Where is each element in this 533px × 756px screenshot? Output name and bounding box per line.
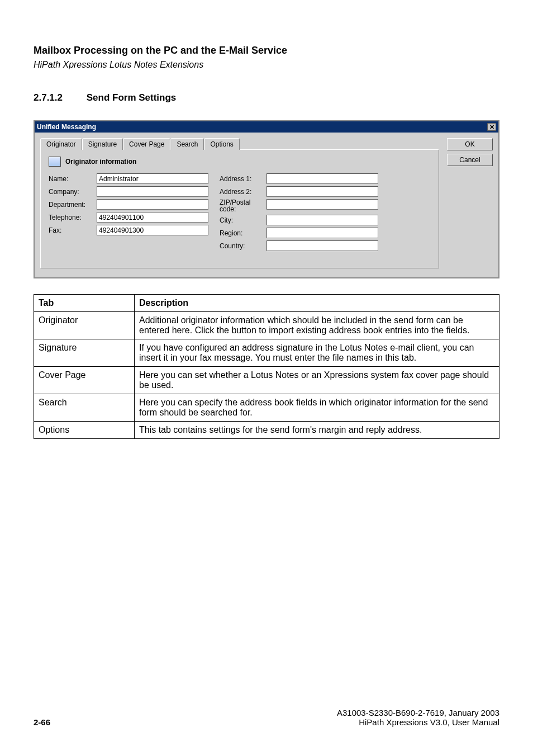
- page-number: 2-66: [34, 717, 50, 727]
- address1-field[interactable]: [266, 173, 378, 184]
- tab-options[interactable]: Options: [204, 138, 239, 150]
- cell-tab: Originator: [34, 312, 135, 339]
- label-region: Region:: [220, 229, 263, 237]
- table-row: OriginatorAdditional originator informat…: [34, 312, 499, 339]
- tab-panel-originator: Originator information Name: Company: De…: [40, 149, 439, 268]
- document-name: HiPath Xpressions V3.0, User Manual: [337, 717, 499, 727]
- th-desc: Description: [135, 295, 499, 312]
- description-table: Tab Description OriginatorAdditional ori…: [34, 294, 499, 439]
- page-title: Mailbox Processing on the PC and the E-M…: [34, 45, 499, 56]
- cell-desc: If you have configured an address signat…: [135, 339, 499, 367]
- label-department: Department:: [49, 201, 93, 209]
- cancel-button[interactable]: Cancel: [447, 154, 493, 166]
- dialog-unified-messaging: Unified Messaging ✕ Originator Signature…: [34, 120, 499, 278]
- zip-field[interactable]: [266, 199, 378, 210]
- page-subtitle: HiPath Xpressions Lotus Notes Extensions: [34, 60, 499, 70]
- panel-header-label: Originator information: [65, 158, 136, 166]
- country-field[interactable]: [266, 240, 378, 251]
- label-name: Name:: [49, 175, 93, 183]
- tabs: Originator Signature Cover Page Search O…: [40, 138, 439, 150]
- cell-tab: Search: [34, 394, 135, 422]
- table-row: Cover PageHere you can set whether a Lot…: [34, 367, 499, 394]
- table-row: SignatureIf you have configured an addre…: [34, 339, 499, 367]
- label-company: Company:: [49, 188, 93, 196]
- label-fax: Fax:: [49, 226, 93, 234]
- section-title: Send Form Settings: [87, 92, 177, 103]
- section-number: 2.7.1.2: [34, 92, 84, 103]
- ok-button[interactable]: OK: [447, 138, 493, 150]
- fax-field[interactable]: [97, 225, 208, 235]
- company-field[interactable]: [97, 186, 208, 197]
- tab-search[interactable]: Search: [170, 138, 204, 150]
- cell-desc: Additional originator information which …: [135, 312, 499, 339]
- cell-tab: Options: [34, 422, 135, 439]
- label-country: Country:: [220, 242, 263, 250]
- page-footer: 2-66 A31003-S2330-B690-2-7619, January 2…: [34, 708, 499, 727]
- tab-originator[interactable]: Originator: [40, 138, 82, 150]
- label-city: City:: [220, 216, 263, 224]
- document-id: A31003-S2330-B690-2-7619, January 2003: [337, 708, 499, 717]
- city-field[interactable]: [266, 215, 378, 225]
- cell-tab: Signature: [34, 339, 135, 367]
- telephone-field[interactable]: [97, 212, 208, 223]
- cell-tab: Cover Page: [34, 367, 135, 394]
- tab-coverpage[interactable]: Cover Page: [123, 138, 170, 150]
- close-icon[interactable]: ✕: [487, 123, 496, 131]
- address2-field[interactable]: [266, 186, 378, 197]
- label-zip: ZIP/Postal code:: [220, 199, 263, 212]
- section-heading: 2.7.1.2 Send Form Settings: [34, 92, 499, 103]
- cell-desc: Here you can specify the address book fi…: [135, 394, 499, 422]
- dialog-titlebar: Unified Messaging ✕: [35, 121, 498, 133]
- dialog-title: Unified Messaging: [37, 123, 96, 131]
- region-field[interactable]: [266, 228, 378, 238]
- th-tab: Tab: [34, 295, 135, 312]
- label-address1: Address 1:: [220, 175, 263, 183]
- tab-signature[interactable]: Signature: [82, 138, 123, 150]
- table-row: OptionsThis tab contains settings for th…: [34, 422, 499, 439]
- label-address2: Address 2:: [220, 188, 263, 196]
- cell-desc: Here you can set whether a Lotus Notes o…: [135, 367, 499, 394]
- table-row: SearchHere you can specify the address b…: [34, 394, 499, 422]
- department-field[interactable]: [97, 199, 208, 210]
- contact-card-icon[interactable]: [49, 157, 61, 167]
- label-telephone: Telephone:: [49, 214, 93, 221]
- name-field[interactable]: [97, 173, 208, 184]
- cell-desc: This tab contains settings for the send …: [135, 422, 499, 439]
